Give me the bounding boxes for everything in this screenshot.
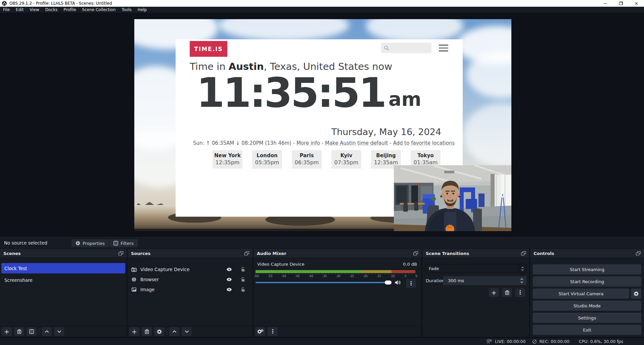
source-properties-button[interactable] <box>154 327 164 336</box>
sources-toolbar: + <box>128 326 252 337</box>
scene-item-screenshare[interactable]: Screenshare <box>1 275 125 285</box>
chevron-up-icon <box>45 330 49 333</box>
camera-icon <box>131 267 137 272</box>
popout-icon[interactable] <box>244 251 249 255</box>
menu-help[interactable]: Help <box>135 7 150 13</box>
menu-tools[interactable]: Tools <box>119 7 135 13</box>
mixer-dock-header: Audio Mixer <box>254 249 421 258</box>
lock-toggle[interactable] <box>241 277 245 282</box>
transition-select[interactable]: Fade <box>425 264 526 273</box>
add-favorite-link: Add to favorite locations <box>393 140 455 146</box>
menu-profile[interactable]: Profile <box>60 7 79 13</box>
live-timer: LIVE: 00:00:00 <box>495 339 525 344</box>
duration-label: Duration <box>426 278 445 283</box>
timeis-sun-line: Sun: ↑ 06:35AM ↓ 08:20PM (13h 46m) - Mor… <box>193 140 443 146</box>
studio-mode-button[interactable]: Studio Mode <box>533 301 641 311</box>
scene-item-clock-test[interactable]: Clock Test <box>1 263 125 273</box>
status-bar: LIVE: 00:00:00 REC: 00:00:00 CPU: 0.6%, … <box>0 338 644 345</box>
visibility-toggle[interactable] <box>226 277 232 282</box>
source-item-browser[interactable]: Browser <box>128 274 252 285</box>
stream-inactive-icon <box>486 339 493 344</box>
source-item-image[interactable]: Image <box>128 285 252 295</box>
lock-toggle[interactable] <box>241 267 245 272</box>
preview-canvas[interactable]: TIME.IS Time in Austin, Texas, United St… <box>134 19 511 231</box>
mixer-menu-button[interactable]: ⋮ <box>268 327 278 336</box>
popout-icon[interactable] <box>636 251 641 255</box>
search-icon <box>384 45 389 51</box>
city-card: Kyiv07:35pm <box>331 150 361 169</box>
menu-scene-collection[interactable]: Scene Collection <box>79 7 119 13</box>
unlock-icon <box>241 287 245 292</box>
properties-button[interactable]: Properties <box>72 239 109 247</box>
spinner-arrows[interactable] <box>518 278 526 283</box>
source-item-video-capture[interactable]: Video Capture Device <box>128 264 252 274</box>
eye-icon <box>226 277 232 282</box>
scenes-toolbar: + <box>0 326 127 337</box>
scene-filters-button[interactable] <box>27 327 37 336</box>
volume-meter <box>256 270 415 273</box>
settings-button[interactable]: Settings <box>533 313 641 323</box>
restore-icon <box>619 2 623 5</box>
advanced-audio-button[interactable] <box>255 327 265 336</box>
close-button[interactable]: × <box>629 0 644 7</box>
webcam-overlay <box>394 165 511 231</box>
remove-source-button[interactable] <box>142 327 152 336</box>
spin-down-icon <box>520 281 523 283</box>
volume-slider[interactable] <box>256 282 392 283</box>
restore-button[interactable] <box>613 0 629 7</box>
chevron-down-icon <box>57 330 61 333</box>
popout-icon[interactable] <box>413 251 418 255</box>
duration-spinbox[interactable]: 300 ms <box>443 276 526 285</box>
exit-button[interactable]: Exit <box>533 325 641 335</box>
menubar: File Edit View Docks Profile Scene Colle… <box>0 7 644 13</box>
menu-docks[interactable]: Docks <box>42 7 60 13</box>
menu-view[interactable]: View <box>27 7 42 13</box>
timeis-date: Thursday, May 16, 2024 <box>331 127 441 137</box>
volume-slider-handle[interactable] <box>385 281 392 285</box>
popout-icon[interactable] <box>119 251 123 255</box>
start-streaming-button[interactable]: Start Streaming <box>533 264 641 274</box>
scene-transitions-dock: Scene Transitions Fade Duration 300 ms <box>422 249 529 337</box>
transition-properties-button[interactable]: ⋮ <box>515 288 525 297</box>
add-transition-button[interactable]: + <box>489 288 499 297</box>
menu-file[interactable]: File <box>0 7 13 13</box>
mixer-channel-menu-button[interactable]: ⋮ <box>406 279 416 288</box>
close-icon: × <box>634 1 638 6</box>
cloud <box>218 19 349 41</box>
filters-button[interactable]: Filters <box>109 239 138 247</box>
mute-button[interactable] <box>395 280 401 285</box>
lock-toggle[interactable] <box>241 287 245 292</box>
move-source-down-button[interactable] <box>182 327 192 336</box>
remove-scene-button[interactable] <box>14 327 24 336</box>
remove-transition-button[interactable] <box>502 288 512 297</box>
visibility-toggle[interactable] <box>226 288 232 292</box>
add-scene-button[interactable]: + <box>2 327 12 336</box>
gear-icon <box>634 291 639 296</box>
mixer-toolbar: ⋮ <box>254 326 421 337</box>
chevron-down-icon <box>185 330 189 333</box>
minimize-button[interactable] <box>598 0 613 7</box>
popout-icon[interactable] <box>521 251 526 255</box>
clock-meridiem: am <box>388 88 421 110</box>
start-virtual-camera-button[interactable]: Start Virtual Camera <box>533 289 629 299</box>
make-default-link: Make Austin time default <box>325 140 388 146</box>
dock-row: Scenes Clock Test Screenshare + <box>0 249 644 337</box>
more-info-link: More info <box>296 140 320 146</box>
add-source-button[interactable]: + <box>129 327 139 336</box>
plus-icon: + <box>4 329 9 335</box>
move-scene-up-button[interactable] <box>42 327 52 336</box>
start-recording-button[interactable]: Start Recording <box>533 276 641 287</box>
source-status-text: No source selected <box>4 240 47 246</box>
move-scene-down-button[interactable] <box>54 327 64 336</box>
kebab-menu-icon: ⋮ <box>270 329 275 334</box>
combo-arrows-icon <box>519 264 526 273</box>
record-inactive-icon <box>532 339 537 344</box>
controls-dock-header: Controls <box>530 249 644 258</box>
visibility-toggle[interactable] <box>226 267 232 271</box>
obs-logo-icon <box>2 1 7 6</box>
selected-source-toolbar: No source selected Properties Filters <box>0 237 644 249</box>
move-source-up-button[interactable] <box>169 327 179 336</box>
virtual-camera-config-button[interactable] <box>631 289 641 299</box>
menu-edit[interactable]: Edit <box>13 7 27 13</box>
meter-tick-labels: -60-55-50-45-40-35-30-25-20-15-10-50 <box>254 274 417 278</box>
